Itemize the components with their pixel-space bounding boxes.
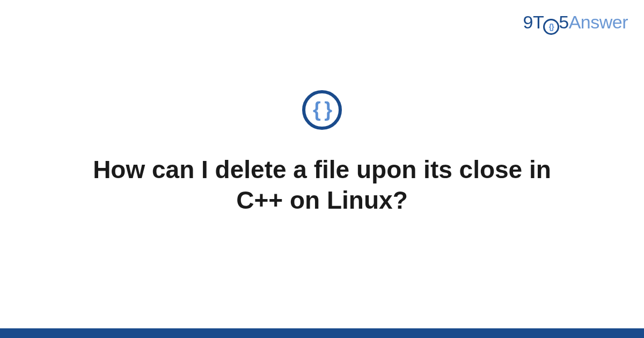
main-content: { } How can I delete a file upon its clo… — [0, 0, 644, 338]
footer-accent-bar — [0, 328, 644, 338]
question-title: How can I delete a file upon its close i… — [80, 155, 564, 216]
code-braces-icon: { } — [313, 98, 331, 121]
category-icon-circle: { } — [302, 90, 342, 130]
